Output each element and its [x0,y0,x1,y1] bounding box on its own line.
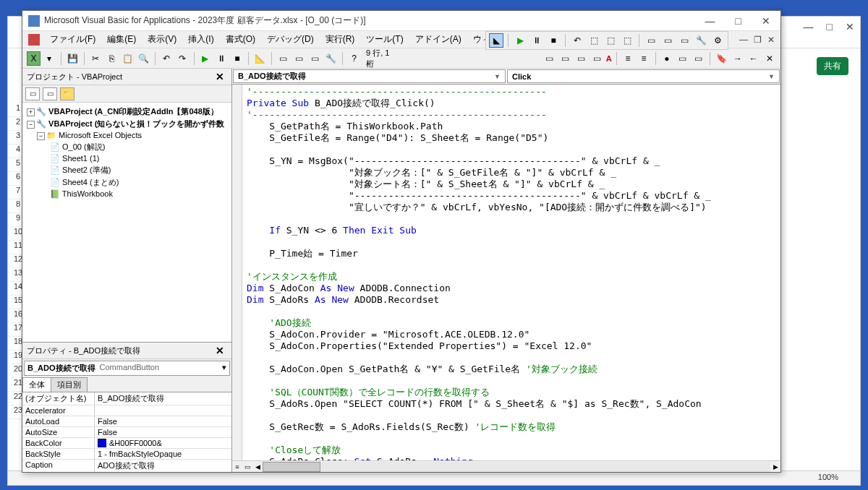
edit-tool[interactable]: ▭ [558,51,572,66]
window-button[interactable]: ▭ [677,33,692,48]
object-selector[interactable]: B_ADO接続で取得 CommandButton ▾ [24,361,230,376]
excel-minimize[interactable]: — [804,21,814,33]
breakpoint-button[interactable]: ● [660,51,673,66]
excel-button[interactable]: X [27,51,41,66]
project-explorer-button[interactable]: ▭ [276,51,290,66]
find-button[interactable]: 🔍 [137,51,150,66]
toggle-folders-button[interactable]: 📁 [60,87,75,100]
back-button[interactable]: ↶ [570,33,584,48]
prop-value[interactable] [95,405,231,416]
sheet-node[interactable]: Sheet1 (1) [62,154,99,163]
design-mode-button[interactable]: 📐 [253,51,267,66]
break-button[interactable]: ⏸ [214,51,228,66]
bookmark-button[interactable]: 🔖 [715,51,728,66]
clear-bookmarks-button[interactable]: ✕ [762,51,776,66]
menu-view[interactable]: 表示(V) [143,32,181,47]
menu-file[interactable]: ファイル(F) [46,32,100,47]
comment-button[interactable]: ▭ [676,51,689,66]
paste-button[interactable]: 📋 [121,51,135,66]
prop-value[interactable]: B_ADO接続で取得 [95,392,231,405]
mdi-restore[interactable]: ❐ [754,35,762,45]
edit-tool[interactable]: ▭ [590,51,604,66]
maximize-button[interactable]: □ [731,14,746,28]
project-close-button[interactable]: ✕ [213,71,227,82]
object-dropdown[interactable]: B_ADO接続で取得▼ [233,69,506,83]
mdi-minimize[interactable]: — [739,35,748,45]
property-grid[interactable]: (オブジェクト名)B_ADO接続で取得 Accelerator AutoLoad… [22,392,231,472]
prop-value[interactable]: ADO接続で取得 [95,460,231,472]
folder-node[interactable]: Microsoft Excel Objects [59,131,142,139]
prop-value[interactable]: &H00FF0000& [95,438,231,448]
titlebar[interactable]: Microsoft Visual Basic for Applications … [22,11,780,31]
close-button[interactable]: ✕ [757,14,775,28]
run-sub-button[interactable]: ▶ [198,51,212,66]
mdi-close[interactable]: ✕ [767,35,775,45]
prop-value[interactable]: 1 - fmBackStyleOpaque [95,449,231,459]
procedure-dropdown[interactable]: Click▼ [507,69,780,83]
toolbox-button[interactable]: 🔧 [324,51,338,66]
edit-tool[interactable]: ▭ [542,51,556,66]
uncomment-button[interactable]: ▭ [692,51,705,66]
step-over-button[interactable]: ⬚ [603,33,618,48]
workbook-node[interactable]: ThisWorkbook [62,189,113,198]
properties-close-button[interactable]: ✕ [213,345,227,356]
minimize-button[interactable]: — [701,14,720,28]
view-proc-button[interactable]: ▭ [242,462,252,472]
window-button[interactable]: ▭ [644,33,658,48]
scroll-right-button[interactable]: ▶ [770,462,780,472]
zoom-level[interactable]: 100% [818,473,838,481]
properties-button[interactable]: ▭ [292,51,306,66]
help-button[interactable]: ? [347,51,361,66]
menu-tools[interactable]: ツール(T) [362,32,407,47]
excel-maximize[interactable]: □ [827,21,833,33]
pause-button[interactable]: ⏸ [529,33,544,48]
menu-run[interactable]: 実行(R) [321,32,359,47]
prop-value[interactable]: False [95,416,231,426]
code-editor[interactable]: '---------------------------------------… [232,85,780,460]
stop-button[interactable]: ■ [546,33,561,48]
prop-value[interactable]: False [95,427,231,437]
edit-tool[interactable]: ▭ [574,51,588,66]
undo-button[interactable]: ↶ [160,51,174,66]
cut-button[interactable]: ✂ [89,51,103,66]
prev-bookmark-button[interactable]: ← [746,51,760,66]
excel-close[interactable]: ✕ [846,21,854,33]
run-button[interactable]: ▶ [513,33,527,48]
next-bookmark-button[interactable]: → [731,51,744,66]
insert-button[interactable]: ▾ [43,51,56,66]
reset-button[interactable]: ■ [230,51,244,66]
tool-button[interactable]: ⚙ [710,33,725,48]
object-browser-button[interactable]: ▭ [308,51,322,66]
sheet-node[interactable]: Sheet2 (準備) [62,166,111,174]
menu-debug[interactable]: デバッグ(D) [263,32,318,47]
menu-insert[interactable]: 挿入(I) [184,32,218,47]
window-button[interactable]: ▭ [660,33,675,48]
project-tree[interactable]: +🔧 VBAProject (A_CN印刷設定AddIn【第048版） −🔧 V… [22,103,231,342]
indent-button[interactable]: ≡ [621,51,635,66]
sheet-node[interactable]: O_00 (解説) [62,142,105,151]
sheet-node[interactable]: Sheet4 (まとめ) [62,178,119,186]
menu-edit[interactable]: 編集(E) [103,32,140,47]
vba-editor-window: Microsoft Visual Basic for Applications … [22,10,781,473]
outdent-button[interactable]: ≡ [637,51,651,66]
view-code-button[interactable]: ▭ [25,87,40,100]
tab-alphabetic[interactable]: 全体 [22,377,51,392]
view-full-button[interactable]: ≡ [232,462,242,472]
step-in-button[interactable]: ⬚ [587,33,601,48]
save-button[interactable]: 💾 [66,51,80,66]
toggle-button[interactable]: ◣ [489,33,503,48]
scroll-thumb[interactable] [263,462,320,472]
project-node[interactable]: VBAProject (A_CN印刷設定AddIn【第048版） [48,107,218,116]
menu-format[interactable]: 書式(O) [221,32,260,47]
share-button[interactable]: 共有 [817,57,848,75]
redo-button[interactable]: ↷ [176,51,190,66]
tool-button[interactable]: 🔧 [694,33,708,48]
tab-categorized[interactable]: 項目別 [51,377,88,392]
copy-button[interactable]: ⎘ [105,51,119,66]
view-object-button[interactable]: ▭ [43,87,57,100]
horizontal-scrollbar[interactable]: ≡ ▭ ◀ ▶ [232,460,780,472]
step-out-button[interactable]: ⬚ [620,33,634,48]
project-node[interactable]: VBAProject (知らないと損！ブックを開かず件数 [48,119,224,128]
scroll-left-button[interactable]: ◀ [252,462,263,472]
menu-addins[interactable]: アドイン(A) [411,32,466,47]
